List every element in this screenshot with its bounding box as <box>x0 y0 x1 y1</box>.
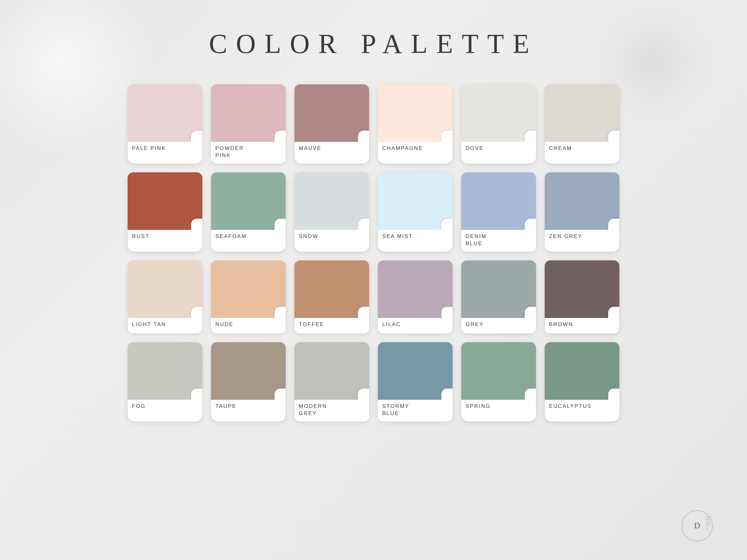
color-swatch-snow[interactable]: SNOW <box>294 172 369 252</box>
swatch-label-light-tan: LIGHT TAN <box>128 318 202 334</box>
swatch-label-denim-blue: DENIMBLUE <box>461 230 536 252</box>
color-swatch-taupe[interactable]: TAUPE <box>211 342 286 422</box>
color-swatch-brown[interactable]: BROWN <box>545 260 619 334</box>
swatch-color-nude <box>211 260 286 318</box>
color-swatch-rust[interactable]: RUST <box>128 172 202 252</box>
swatch-label-eucalyptus: EUCALYPTUS <box>545 400 619 415</box>
swatch-label-snow: SNOW <box>294 230 369 245</box>
swatch-label-brown: BROWN <box>545 318 619 334</box>
color-swatch-stormy-blue[interactable]: STORMYBLUE <box>378 342 453 422</box>
color-swatch-sea-mist[interactable]: SEA MIST <box>378 172 453 252</box>
swatch-color-powder-pink <box>211 84 286 142</box>
swatch-color-dove <box>461 84 536 142</box>
swatch-label-nude: NUDE <box>211 318 286 334</box>
swatch-label-lilac: LILAC <box>378 318 453 334</box>
color-swatch-powder-pink[interactable]: POWDERPINK <box>211 84 286 164</box>
swatch-label-grey: GREY <box>461 318 536 334</box>
swatch-label-fog: FOG <box>128 400 202 415</box>
swatch-color-fog <box>128 342 202 400</box>
swatch-color-cream <box>545 84 619 142</box>
swatch-label-powder-pink: POWDERPINK <box>211 142 286 164</box>
swatch-color-grey <box>461 260 536 318</box>
color-swatch-zen-grey[interactable]: ZEN GREY <box>545 172 619 252</box>
color-swatch-light-tan[interactable]: LIGHT TAN <box>128 260 202 334</box>
swatch-label-stormy-blue: STORMYBLUE <box>378 400 453 422</box>
swatch-label-champagne: CHAMPAGNE <box>378 142 453 157</box>
swatch-color-pale-pink <box>128 84 202 142</box>
swatch-label-seafoam: SEAFOAM <box>211 230 286 245</box>
color-swatch-dove[interactable]: DOVE <box>461 84 536 164</box>
swatch-color-seafoam <box>211 172 286 230</box>
swatch-color-snow <box>294 172 369 230</box>
logo-brand: DAISY PAPERS <box>706 516 710 541</box>
swatch-color-mauve <box>294 84 369 142</box>
swatch-label-sea-mist: SEA MIST <box>378 230 453 245</box>
swatch-label-cream: CREAM <box>545 142 619 157</box>
color-swatch-toffee[interactable]: TOFFEE <box>294 260 369 334</box>
swatch-label-mauve: MAUVE <box>294 142 369 157</box>
color-swatch-pale-pink[interactable]: PALE PINK <box>128 84 202 164</box>
color-swatch-grey[interactable]: GREY <box>461 260 536 334</box>
color-swatch-denim-blue[interactable]: DENIMBLUE <box>461 172 536 252</box>
color-swatch-spring[interactable]: SPRING <box>461 342 536 422</box>
color-swatch-champagne[interactable]: CHAMPAGNE <box>378 84 453 164</box>
color-swatch-eucalyptus[interactable]: EUCALYPTUS <box>545 342 619 422</box>
swatch-color-rust <box>128 172 202 230</box>
color-swatch-fog[interactable]: FOG <box>128 342 202 422</box>
swatch-color-zen-grey <box>545 172 619 230</box>
swatch-color-modern-grey <box>294 342 369 400</box>
color-swatch-cream[interactable]: CREAM <box>545 84 619 164</box>
color-swatch-seafoam[interactable]: SEAFOAM <box>211 172 286 252</box>
swatch-label-taupe: TAUPE <box>211 400 286 415</box>
color-swatch-modern-grey[interactable]: MODERNGREY <box>294 342 369 422</box>
color-swatch-lilac[interactable]: LILAC <box>378 260 453 334</box>
swatch-color-brown <box>545 260 619 318</box>
swatch-color-champagne <box>378 84 453 142</box>
color-swatch-mauve[interactable]: MAUVE <box>294 84 369 164</box>
palette-grid: PALE PINKPOWDERPINKMAUVECHAMPAGNEDOVECRE… <box>115 78 632 428</box>
color-swatch-nude[interactable]: NUDE <box>211 260 286 334</box>
swatch-label-zen-grey: ZEN GREY <box>545 230 619 245</box>
swatch-color-eucalyptus <box>545 342 619 400</box>
swatch-color-stormy-blue <box>378 342 453 400</box>
swatch-color-toffee <box>294 260 369 318</box>
logo-badge: D DAISY PAPERS <box>681 510 713 541</box>
swatch-color-spring <box>461 342 536 400</box>
page-title: COLOR PALETTE <box>209 28 538 59</box>
swatch-color-sea-mist <box>378 172 453 230</box>
swatch-color-lilac <box>378 260 453 318</box>
swatch-label-modern-grey: MODERNGREY <box>294 400 369 422</box>
swatch-color-taupe <box>211 342 286 400</box>
swatch-label-dove: DOVE <box>461 142 536 157</box>
swatch-color-denim-blue <box>461 172 536 230</box>
swatch-label-pale-pink: PALE PINK <box>128 142 202 157</box>
logo-letter: D <box>694 522 700 530</box>
swatch-label-rust: RUST <box>128 230 202 245</box>
swatch-color-light-tan <box>128 260 202 318</box>
swatch-label-spring: SPRING <box>461 400 536 415</box>
swatch-label-toffee: TOFFEE <box>294 318 369 334</box>
